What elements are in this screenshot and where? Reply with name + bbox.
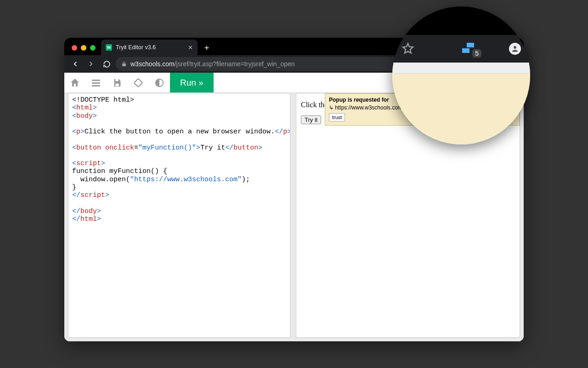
svg-rect-3 xyxy=(134,78,142,86)
forward-button[interactable] xyxy=(85,58,97,70)
maximize-window-button[interactable] xyxy=(90,45,96,51)
svg-rect-0 xyxy=(92,80,100,81)
rotate-icon[interactable] xyxy=(128,73,149,92)
close-tab-icon[interactable]: ✕ xyxy=(188,44,193,51)
code-editor[interactable]: <!DOCTYPE html> <html> <body> <p>Click t… xyxy=(68,93,290,338)
run-label: Run » xyxy=(180,78,204,88)
url-host: w3schools.com xyxy=(130,60,175,68)
trust-button[interactable]: trust xyxy=(329,113,345,121)
svg-rect-1 xyxy=(92,82,100,84)
minimize-window-button[interactable] xyxy=(81,45,86,51)
home-icon[interactable] xyxy=(64,73,85,92)
save-icon[interactable] xyxy=(107,73,128,92)
close-window-button[interactable] xyxy=(72,45,77,51)
svg-point-5 xyxy=(514,46,516,49)
try-it-button[interactable]: Try it xyxy=(301,115,321,124)
window-controls xyxy=(69,45,101,55)
reload-button[interactable] xyxy=(100,58,113,70)
svg-rect-2 xyxy=(92,85,100,86)
tab-title: Tryit Editor v3.6 xyxy=(116,44,156,51)
browser-tab[interactable]: W Tryit Editor v3.6 ✕ xyxy=(101,40,198,55)
extension-button[interactable]: 5 xyxy=(462,43,481,55)
magnified-toolbar: 5 xyxy=(392,35,530,63)
back-button[interactable] xyxy=(69,58,82,70)
site-favicon: W xyxy=(106,44,112,51)
theme-toggle-icon[interactable] xyxy=(149,73,170,92)
menu-icon[interactable] xyxy=(85,73,107,92)
new-tab-button[interactable]: ＋ xyxy=(200,41,213,54)
magnified-star-icon[interactable] xyxy=(401,42,414,55)
magnifier-overlay: 5 xyxy=(392,6,530,144)
url-path: /jsref/tryit.asp?filename=tryjsref_win_o… xyxy=(175,60,295,68)
extension-icon xyxy=(462,43,474,55)
run-button[interactable]: Run » xyxy=(170,73,214,92)
profile-avatar-icon[interactable] xyxy=(509,43,521,55)
magnified-tab-strip xyxy=(392,6,530,35)
lock-icon xyxy=(121,61,127,67)
